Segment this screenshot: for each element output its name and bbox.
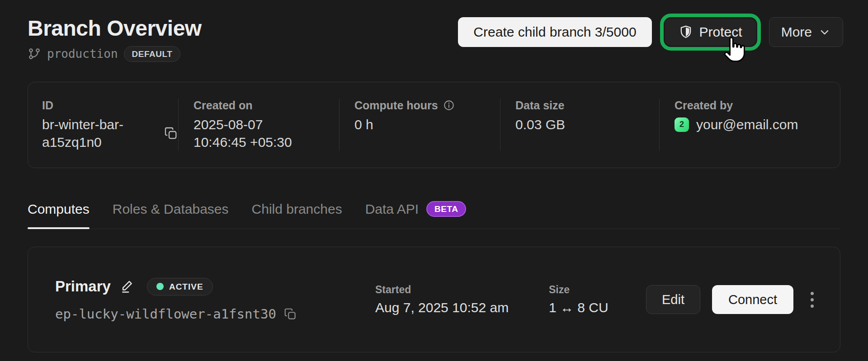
kebab-menu-button[interactable]	[805, 287, 819, 312]
status-badge-label: ACTIVE	[169, 282, 203, 291]
tab-data-api[interactable]: Data API BETA	[365, 201, 467, 229]
compute-actions: Edit Connect	[646, 285, 819, 314]
beta-badge: BETA	[426, 201, 466, 217]
tab-roles-databases-label: Roles & Databases	[113, 202, 229, 217]
created-on-value: 2025-08-07 10:46:45 +05:30	[193, 116, 304, 151]
header-actions: Create child branch 3/5000 Protect More	[458, 14, 843, 51]
copy-branch-id-button[interactable]	[164, 126, 178, 141]
started-value: Aug 7, 2025 10:52 am	[375, 300, 549, 315]
info-field-created-on: Created on 2025-08-07 10:46:45 +05:30	[178, 99, 339, 151]
tab-bar: Computes Roles & Databases Child branche…	[28, 201, 840, 229]
page-header: Branch Overview production DEFAULT Creat…	[0, 0, 868, 62]
default-badge: DEFAULT	[124, 46, 181, 62]
created-by-label: Created by	[675, 99, 840, 112]
tab-child-branches[interactable]: Child branches	[252, 201, 342, 229]
compute-hours-label: Compute hours	[354, 99, 438, 112]
tab-data-api-label: Data API	[365, 202, 419, 217]
size-label: Size	[549, 284, 633, 296]
shield-icon	[679, 25, 693, 39]
git-branch-icon	[28, 47, 41, 61]
tab-computes-label: Computes	[28, 202, 90, 217]
rename-compute-button[interactable]	[120, 279, 135, 294]
tab-roles-databases[interactable]: Roles & Databases	[113, 201, 229, 229]
compute-started: Started Aug 7, 2025 10:52 am	[375, 284, 549, 315]
copy-endpoint-id-button[interactable]	[283, 307, 297, 321]
compute-size: Size 1 ↔ 8 CU	[549, 284, 633, 315]
tab-child-branches-label: Child branches	[252, 202, 342, 217]
more-button-label: More	[781, 24, 812, 40]
data-size-label: Data size	[515, 99, 659, 112]
compute-hours-value: 0 h	[354, 116, 500, 133]
copy-icon	[283, 307, 297, 321]
info-field-data-size: Data size 0.03 GB	[500, 99, 659, 151]
data-size-value: 0.03 GB	[515, 116, 659, 133]
status-badge: ACTIVE	[147, 278, 213, 295]
info-field-created-by: Created by 2 your@email.com	[659, 99, 840, 151]
more-button[interactable]: More	[769, 17, 843, 47]
edit-compute-button[interactable]: Edit	[646, 285, 700, 314]
chevron-down-icon	[818, 26, 831, 38]
compute-name: Primary	[55, 278, 111, 295]
active-dot-icon	[156, 283, 164, 290]
created-on-label: Created on	[193, 99, 339, 112]
branch-info-card: ID br-winter-bar-a15zq1n0 Created on 202…	[28, 82, 840, 169]
endpoint-id: ep-lucky-wildflower-a1fsnt30	[55, 306, 276, 322]
protect-button-highlight-ring: Protect	[660, 14, 761, 51]
size-value: 1 ↔ 8 CU	[549, 300, 633, 315]
compute-identity: Primary ACTIVE ep-lucky-wildflower-a1fsn…	[55, 278, 375, 322]
info-field-compute-hours: Compute hours 0 h	[339, 99, 500, 151]
protect-button-label: Protect	[699, 24, 742, 40]
created-by-email: your@email.com	[696, 116, 798, 133]
info-icon[interactable]	[443, 99, 455, 111]
connect-button[interactable]: Connect	[712, 285, 793, 314]
tab-computes[interactable]: Computes	[28, 201, 90, 229]
branch-overview-page: Branch Overview production DEFAULT Creat…	[0, 0, 868, 361]
info-field-id: ID br-winter-bar-a15zq1n0	[28, 99, 178, 151]
branch-id-value: br-winter-bar-a15zq1n0	[42, 116, 144, 151]
user-avatar: 2	[675, 117, 689, 132]
create-child-branch-button[interactable]: Create child branch 3/5000	[458, 17, 651, 47]
id-label: ID	[42, 99, 178, 112]
copy-icon	[164, 126, 178, 141]
started-label: Started	[375, 284, 549, 296]
protect-button[interactable]: Protect	[665, 19, 756, 46]
edit-pencil-icon	[120, 279, 135, 294]
branch-name: production	[47, 47, 118, 61]
compute-card: Primary ACTIVE ep-lucky-wildflower-a1fsn…	[28, 247, 840, 352]
